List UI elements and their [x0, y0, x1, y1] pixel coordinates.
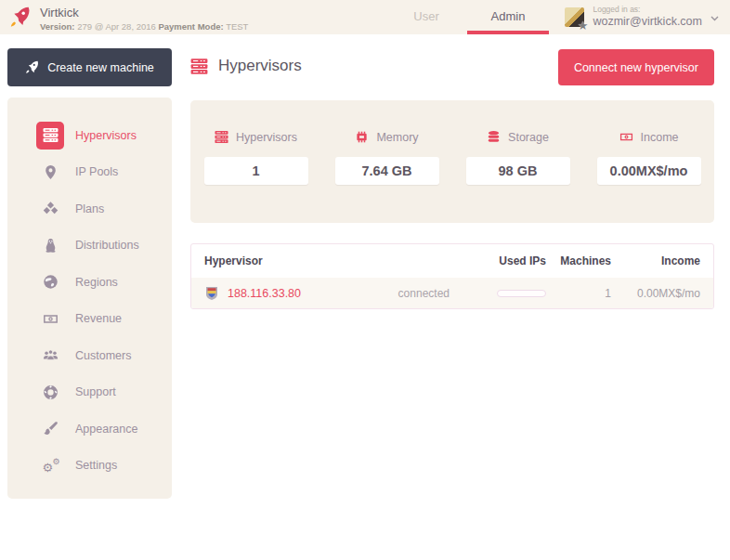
hypervisor-cell: 188.116.33.80 [204, 285, 360, 301]
brand-text: Virtkick Version: 279 @ Apr 28, 2016 Pay… [40, 3, 248, 32]
sidebar-item-label: Revenue [75, 312, 122, 325]
sidebar-item-support[interactable]: Support [7, 374, 172, 411]
create-new-machine-button[interactable]: Create new machine [7, 48, 172, 86]
table-row[interactable]: 188.116.33.80 connected 1 0.00MX$/mo [191, 278, 713, 308]
user-menu[interactable]: ★ Logged in as: wozmir@virtkick.com [565, 5, 719, 28]
sidebar-item-label: Appearance [75, 423, 137, 436]
page-title-wrap: Hypervisors [190, 57, 302, 75]
create-new-machine-label: Create new machine [47, 61, 154, 74]
banknote-icon [36, 305, 64, 332]
sidebar-item-revenue[interactable]: Revenue [7, 301, 172, 338]
stats-panel: Hypervisors 1 Memory 7.64 GB Stor [190, 100, 714, 223]
login-info: Logged in as: wozmir@virtkick.com [593, 5, 702, 28]
gears-icon: ⚙⚙ [36, 451, 64, 479]
tab-user[interactable]: User [385, 0, 467, 34]
sidebar-item-label: Settings [75, 459, 117, 472]
payment-mode-label: Payment Mode: [158, 21, 223, 32]
header-machines: Machines [546, 254, 611, 267]
chevron-down-icon [710, 16, 719, 21]
sidebar-item-label: IP Pools [75, 165, 118, 178]
sidebar-item-label: Customers [75, 349, 131, 362]
app-name: Virtkick [40, 6, 248, 20]
sidebar-item-label: Distributions [75, 239, 139, 252]
banknote-icon [619, 130, 633, 144]
status-text: connected [360, 287, 450, 300]
header-used-ips: Used IPs [450, 254, 546, 267]
stat-label-row: Storage [487, 129, 549, 145]
life-ring-icon [36, 378, 64, 406]
used-ips-cell [450, 290, 546, 297]
income-cell: 0.00MX$/mo [611, 287, 700, 300]
hypervisor-ip-link[interactable]: 188.116.33.80 [228, 287, 301, 300]
sidebar: Hypervisors IP Pools Plans Distributions [7, 98, 172, 499]
version-value: 279 @ Apr 28, 2016 [77, 21, 156, 32]
servers-icon [190, 58, 208, 75]
star-icon: ★ [578, 20, 589, 32]
tab-admin[interactable]: Admin [467, 0, 549, 34]
stat-label: Income [641, 131, 679, 144]
header-hypervisor: Hypervisor [204, 254, 360, 267]
cubes-icon [36, 195, 64, 223]
used-ips-progressbar [497, 290, 546, 297]
stat-value: 7.64 GB [335, 157, 439, 185]
version-line: Version: 279 @ Apr 28, 2016 Payment Mode… [40, 21, 248, 32]
stat-label-row: Hypervisors [215, 129, 297, 145]
paintbrush-icon [36, 415, 64, 443]
sidebar-item-distributions[interactable]: Distributions [7, 228, 172, 265]
brand[interactable]: Virtkick Version: 279 @ Apr 28, 2016 Pay… [9, 3, 248, 32]
sidebar-item-appearance[interactable]: Appearance [7, 410, 172, 448]
sidebar-item-hypervisors[interactable]: Hypervisors [7, 117, 172, 154]
stat-hypervisors: Hypervisors 1 [190, 129, 321, 223]
header-income: Income [611, 254, 700, 267]
sidebar-item-settings[interactable]: ⚙⚙ Settings [7, 448, 172, 485]
memory-chip-icon [355, 130, 369, 144]
topbar: Virtkick Version: 279 @ Apr 28, 2016 Pay… [0, 0, 730, 34]
page-title: Hypervisors [218, 57, 302, 75]
stat-value: 1 [204, 157, 308, 185]
stat-storage: Storage 98 GB [452, 129, 583, 223]
connect-new-hypervisor-button[interactable]: Connect new hypervisor [558, 49, 714, 85]
sidebar-item-label: Support [75, 385, 116, 398]
linux-penguin-icon [36, 231, 64, 259]
avatar: ★ [565, 7, 584, 27]
version-label: Version: [40, 21, 75, 32]
stat-value: 0.00MX$/mo [597, 157, 701, 185]
sidebar-item-ip-pools[interactable]: IP Pools [7, 154, 172, 191]
servers-icon [215, 130, 228, 144]
user-email: wozmir@virtkick.com [593, 15, 702, 28]
sidebar-item-label: Regions [75, 276, 118, 289]
stat-value: 98 GB [466, 157, 570, 185]
map-marker-icon [36, 158, 64, 186]
servers-icon [36, 122, 64, 150]
logged-in-as-label: Logged in as: [593, 5, 702, 14]
stat-label: Hypervisors [236, 131, 297, 144]
rocket-icon [25, 60, 39, 74]
mode-tabs: User Admin [385, 0, 549, 34]
stat-label: Memory [376, 131, 418, 144]
stat-label: Storage [508, 131, 549, 144]
stat-memory: Memory 7.64 GB [321, 129, 452, 223]
stat-label-row: Memory [355, 129, 418, 145]
stat-income: Income 0.00MX$/mo [583, 129, 714, 223]
globe-icon [36, 268, 64, 296]
payment-mode-value: TEST [226, 21, 248, 32]
rocket-logo-icon [9, 5, 32, 31]
stat-label-row: Income [619, 129, 679, 145]
table-header-row: Hypervisor Used IPs Machines Income [191, 244, 713, 278]
machines-cell: 1 [546, 287, 611, 300]
database-icon [487, 130, 501, 144]
hypervisors-table: Hypervisor Used IPs Machines Income 188.… [190, 243, 714, 309]
sidebar-item-regions[interactable]: Regions [7, 264, 172, 301]
sidebar-item-plans[interactable]: Plans [7, 190, 172, 228]
sidebar-item-label: Plans [75, 202, 104, 215]
sidebar-item-label: Hypervisors [75, 129, 137, 142]
sidebar-item-customers[interactable]: Customers [7, 337, 172, 374]
hypervisor-crest-icon [204, 285, 219, 301]
users-icon [36, 342, 64, 370]
